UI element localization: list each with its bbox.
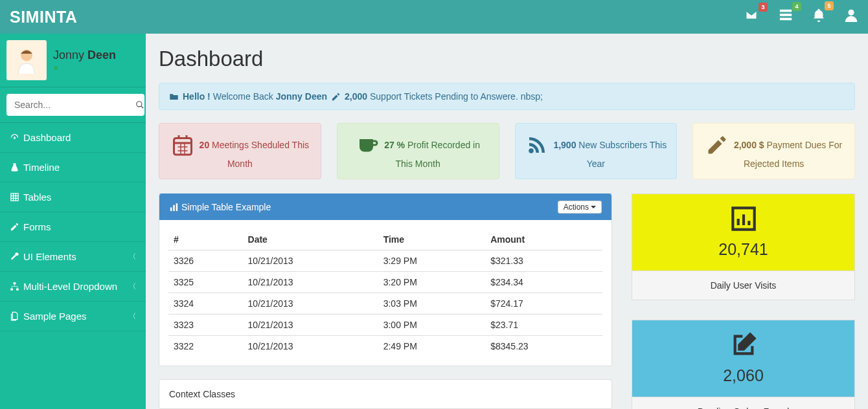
sidebar: Jonny Deen Online Dashboard Timeline Tab… <box>0 34 146 409</box>
user-name: Jonny Deen <box>53 49 116 62</box>
user-panel: Jonny Deen Online <box>0 34 146 87</box>
svg-rect-2 <box>780 18 792 21</box>
main-content: Dashboard Hello ! Welcome Back Jonny Dee… <box>146 34 868 409</box>
svg-rect-8 <box>10 289 13 291</box>
table-header-row: # Date Time Amount <box>168 229 602 250</box>
col-id: # <box>168 229 243 250</box>
chevron-left-icon: 〈 <box>129 252 136 261</box>
flask-icon <box>10 162 19 172</box>
col-amount: Amount <box>485 229 602 250</box>
stat-card-payment: 2,000 $ Payment Dues For Rejected Items <box>692 123 855 179</box>
wrench-icon <box>10 252 19 261</box>
data-table: # Date Time Amount 332610/21/20133:29 PM… <box>168 229 602 357</box>
search-icon <box>135 100 144 109</box>
sidebar-item-tables[interactable]: Tables <box>0 182 146 212</box>
bar-chart-icon <box>731 206 757 232</box>
table-panel-heading: Simple Table Example Actions <box>159 194 611 220</box>
svg-rect-9 <box>16 289 19 291</box>
caret-down-icon <box>591 206 596 208</box>
sidebar-item-ui[interactable]: UI Elements〈 <box>0 242 146 272</box>
brand-logo[interactable]: SIMINTA <box>10 8 77 27</box>
stat-daily-visits: 20,741 Daily User Visits <box>632 193 855 300</box>
sidebar-menu: Dashboard Timeline Tables Forms UI Eleme… <box>0 123 146 331</box>
edit-square-icon <box>731 332 757 358</box>
navbar-icons: 3 4 5 <box>743 7 858 27</box>
table-row[interactable]: 332210/21/20132:49 PM$8345.23 <box>168 336 602 357</box>
files-icon <box>10 311 19 321</box>
edit-icon <box>10 222 19 232</box>
chevron-left-icon: 〈 <box>129 311 136 321</box>
stats-row: 20 Meetings Sheduled This Month 27 % Pro… <box>159 123 855 179</box>
table-panel: Simple Table Example Actions # Date Time <box>159 193 612 366</box>
svg-rect-1 <box>780 14 792 16</box>
table-icon <box>10 192 19 202</box>
stat-card-meetings: 20 Meetings Sheduled This Month <box>159 123 321 179</box>
actions-dropdown-button[interactable]: Actions <box>558 201 602 214</box>
daily-visits-label: Daily User Visits <box>632 271 854 300</box>
svg-point-18 <box>529 148 534 153</box>
user-status[interactable]: Online <box>53 62 116 72</box>
avatar[interactable] <box>6 40 47 80</box>
table-row[interactable]: 332310/21/20133:00 PM$23.71 <box>168 315 602 336</box>
bar-chart-icon <box>169 203 179 212</box>
sidebar-item-forms[interactable]: Forms <box>0 212 146 242</box>
sidebar-item-dashboard[interactable]: Dashboard <box>0 123 146 153</box>
stat-card-profit: 27 % Profit Recorded in This Month <box>337 123 499 179</box>
svg-rect-20 <box>173 204 175 210</box>
page-title: Dashboard <box>159 47 855 71</box>
sidebar-item-timeline[interactable]: Timeline <box>0 153 146 182</box>
svg-rect-19 <box>170 207 172 211</box>
calendar-icon <box>171 133 194 159</box>
mail-badge: 3 <box>759 3 768 12</box>
col-time: Time <box>378 229 486 250</box>
welcome-alert: Hello ! Welcome Back Jonny Deen 2,000 Su… <box>159 83 855 110</box>
context-classes-label: Context Classes <box>169 389 235 399</box>
pencil-icon <box>705 133 729 159</box>
pending-orders-label: Pending Orders Found <box>632 397 854 409</box>
daily-visits-value: 20,741 <box>644 240 843 259</box>
sidebar-item-multi[interactable]: Multi-Level Dropdown〈 <box>0 272 146 302</box>
pencil-icon <box>331 92 341 102</box>
sidebar-item-sample[interactable]: Sample Pages〈 <box>0 302 146 331</box>
stat-pending-orders: 2,060 Pending Orders Found <box>632 320 855 409</box>
alerts-badge: 5 <box>825 1 834 10</box>
context-classes-panel: Context Classes <box>159 379 612 409</box>
search-button[interactable] <box>135 94 144 116</box>
svg-rect-21 <box>176 203 178 211</box>
mail-icon[interactable]: 3 <box>743 8 760 25</box>
top-navbar: SIMINTA 3 4 5 <box>0 0 868 34</box>
folder-open-icon <box>169 92 179 102</box>
tasks-badge: 4 <box>792 2 801 11</box>
svg-point-5 <box>137 102 142 107</box>
svg-rect-0 <box>780 10 792 12</box>
tasks-icon[interactable]: 4 <box>778 8 794 26</box>
user-icon[interactable] <box>844 7 858 27</box>
stat-card-subscribers: 1,900 New Subscribers This Year <box>515 123 678 179</box>
coffee-icon <box>356 133 379 159</box>
table-row[interactable]: 332510/21/20133:20 PM$234.34 <box>168 272 602 293</box>
dashboard-icon <box>10 133 19 142</box>
svg-rect-7 <box>14 282 16 284</box>
search-input[interactable] <box>6 94 135 116</box>
bell-icon[interactable]: 5 <box>812 7 826 27</box>
sitemap-icon <box>10 282 19 291</box>
col-date: Date <box>243 229 378 250</box>
pending-orders-value: 2,060 <box>644 366 843 385</box>
svg-line-6 <box>141 106 144 109</box>
table-row[interactable]: 332610/21/20133:29 PM$321.33 <box>168 250 602 272</box>
table-row[interactable]: 332410/21/20133:03 PM$724.17 <box>168 293 602 315</box>
chevron-left-icon: 〈 <box>129 282 136 291</box>
rss-icon <box>525 133 549 159</box>
search-form <box>0 87 146 123</box>
svg-point-3 <box>848 10 854 16</box>
